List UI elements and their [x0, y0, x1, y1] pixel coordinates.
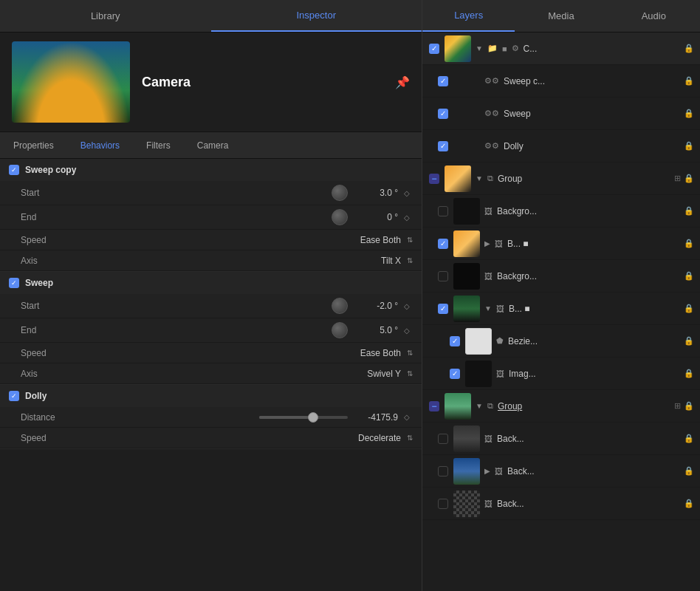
lock-icon[interactable]: 🔒 — [684, 369, 694, 378]
expand-icon[interactable]: ▼ — [484, 304, 492, 312]
layer-check[interactable]: ✓ — [449, 335, 461, 347]
lock-icon[interactable]: 🔒 — [684, 499, 694, 508]
speed-value: Ease Both — [360, 235, 401, 245]
expand-icon[interactable]: ▶ — [484, 239, 490, 247]
tab-library[interactable]: Library — [0, 0, 211, 32]
dolly-slider-thumb[interactable] — [308, 412, 318, 423]
layer-check[interactable]: ✓ — [437, 108, 449, 120]
lock-icon[interactable]: 🔒 — [684, 271, 694, 281]
layer-check[interactable]: ✓ — [437, 140, 449, 152]
lock-icon[interactable]: 🔒 — [684, 336, 694, 346]
lock-icon[interactable]: 🔒 — [684, 401, 694, 411]
layer-check[interactable] — [437, 498, 449, 510]
layer-check[interactable]: ✓ — [428, 43, 440, 55]
tab-layers[interactable]: Layers — [422, 0, 515, 32]
lock-icon[interactable]: 🔒 — [684, 434, 694, 443]
lock-icon[interactable]: 🔒 — [684, 466, 694, 476]
sweep-start-knob[interactable] — [332, 298, 348, 314]
sweep-speed-control: Ease Both ⇅ — [80, 348, 413, 358]
check-blue-icon: ✓ — [438, 109, 448, 119]
stack-icon[interactable]: ⊞ — [674, 401, 681, 411]
layer-row[interactable]: ✓ ⚙ Sweep c... 🔒 — [422, 65, 700, 98]
sweep-axis-label: Axis — [21, 369, 80, 379]
expand-icon[interactable]: ▼ — [476, 174, 483, 182]
dolly-checkbox[interactable]: ✓ — [9, 391, 19, 401]
layer-right-icons: 🔒 — [684, 76, 694, 86]
layer-check[interactable]: ✓ — [449, 368, 461, 380]
expand-icon[interactable]: ▶ — [484, 467, 490, 475]
layer-row[interactable]: ✓ ⚙ Sweep 🔒 — [422, 98, 700, 130]
tab-camera[interactable]: Camera — [184, 132, 242, 158]
tab-media[interactable]: Media — [515, 0, 607, 32]
lock-icon[interactable]: 🔒 — [684, 174, 694, 183]
layer-right-icons: 🔒 — [684, 434, 694, 443]
lock-icon[interactable]: 🔒 — [684, 206, 694, 216]
start-diamond[interactable]: ◇ — [404, 189, 413, 197]
speed-stepper[interactable]: ⇅ — [407, 236, 413, 244]
layer-check[interactable]: ✓ — [437, 303, 449, 315]
layer-row[interactable]: ✓ 🖼 Imag... 🔒 — [422, 358, 700, 390]
expand-icon[interactable]: ▼ — [476, 44, 483, 52]
layer-row[interactable]: 🖼 Back... 🔒 — [422, 423, 700, 455]
tab-audio[interactable]: Audio — [608, 0, 700, 32]
lock-icon[interactable]: 🔒 — [684, 141, 694, 151]
lock-icon[interactable]: 🔒 — [684, 76, 694, 86]
layer-row[interactable]: ✓ ▼ 🖼 B... ■ 🔒 — [422, 293, 700, 325]
end-diamond[interactable]: ◇ — [404, 213, 413, 222]
layer-name: B... ■ — [507, 239, 679, 249]
axis-stepper[interactable]: ⇅ — [407, 256, 413, 264]
layer-row[interactable]: − ▼ ⧉ Group ⊞ 🔒 — [422, 390, 700, 423]
dolly-speed-stepper[interactable]: ⇅ — [407, 434, 413, 442]
layer-row[interactable]: ✓ ⬟ Bezie... 🔒 — [422, 325, 700, 358]
layer-check[interactable] — [437, 205, 449, 217]
layer-check[interactable] — [437, 270, 449, 282]
layer-check[interactable]: − — [428, 400, 440, 412]
sweep-checkbox[interactable]: ✓ — [9, 278, 19, 288]
end-knob[interactable] — [332, 209, 348, 225]
dolly-distance-diamond[interactable]: ◇ — [404, 413, 413, 421]
start-knob[interactable] — [332, 185, 348, 201]
layer-right-icons: 🔒 — [684, 141, 694, 151]
dolly-slider-track[interactable] — [259, 416, 348, 419]
layer-check[interactable]: ✓ — [437, 238, 449, 250]
layer-row[interactable]: 🖼 Backgro... 🔒 — [422, 195, 700, 228]
lock-icon[interactable]: 🔒 — [684, 304, 694, 313]
check-blue-icon: ✓ — [429, 44, 439, 54]
preview-area: Camera 📌 — [0, 33, 422, 132]
tab-behaviors[interactable]: Behaviors — [67, 132, 133, 158]
sweep-axis-stepper[interactable]: ⇅ — [407, 369, 413, 378]
layer-row[interactable]: 🖼 Back... 🔒 — [422, 488, 700, 520]
sweep-start-diamond[interactable]: ◇ — [404, 302, 413, 310]
lock-icon[interactable]: 🔒 — [684, 44, 694, 53]
check-blue-icon: ✓ — [438, 304, 448, 314]
layer-row[interactable]: ✓ ▶ 🖼 B... ■ 🔒 — [422, 228, 700, 260]
layer-check[interactable] — [437, 465, 449, 477]
layer-check[interactable]: − — [428, 173, 440, 185]
sweep-end-knob[interactable] — [332, 322, 348, 338]
layer-check[interactable] — [437, 433, 449, 445]
tab-inspector[interactable]: Inspector — [211, 0, 422, 32]
sweep-end-diamond[interactable]: ◇ — [404, 327, 413, 335]
expand-icon[interactable]: ▼ — [476, 402, 483, 410]
layer-thumbnail — [445, 35, 471, 62]
lock-icon[interactable]: 🔒 — [684, 239, 694, 248]
layer-row[interactable]: 🖼 Backgro... 🔒 — [422, 260, 700, 293]
layer-check[interactable]: ✓ — [437, 75, 449, 87]
sweep-speed-stepper[interactable]: ⇅ — [407, 349, 413, 357]
tab-filters[interactable]: Filters — [133, 132, 184, 158]
layer-thumbnail — [453, 458, 480, 485]
pin-icon[interactable]: 📌 — [395, 75, 410, 89]
layer-row[interactable]: ✓ ⚙ Dolly 🔒 — [422, 130, 700, 163]
layer-row[interactable]: ✓ ▼ 📁 ■ ⚙ C... 🔒 — [422, 33, 700, 65]
behaviors-content: ✓ Sweep copy Start 3.0 ° ◇ End 0 ° ◇ — [0, 159, 422, 591]
layer-row[interactable]: ▶ 🖼 Back... 🔒 — [422, 455, 700, 488]
check-empty-icon — [438, 466, 448, 476]
sweep-copy-axis-row: Axis Tilt X ⇅ — [0, 250, 422, 271]
lock-icon[interactable]: 🔒 — [684, 109, 694, 118]
stack-icon[interactable]: ⊞ — [674, 174, 681, 183]
tab-properties[interactable]: Properties — [0, 132, 67, 158]
sweep-copy-checkbox[interactable]: ✓ — [9, 165, 19, 175]
layer-row[interactable]: − ▼ ⧉ Group ⊞ 🔒 — [422, 163, 700, 195]
right-panel: Layers Media Audio ✓ ▼ 📁 ■ ⚙ C... 🔒 ✓ — [422, 0, 700, 591]
preview-title: Camera — [142, 75, 383, 90]
